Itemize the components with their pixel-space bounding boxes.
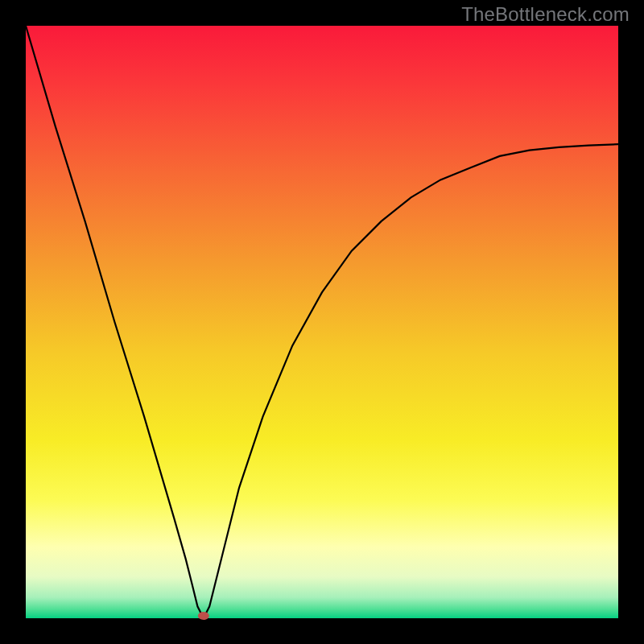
chart-frame: TheBottleneck.com [0, 0, 644, 644]
watermark-text: TheBottleneck.com [461, 3, 630, 26]
chart-svg [0, 0, 644, 644]
minimum-marker [198, 612, 209, 620]
